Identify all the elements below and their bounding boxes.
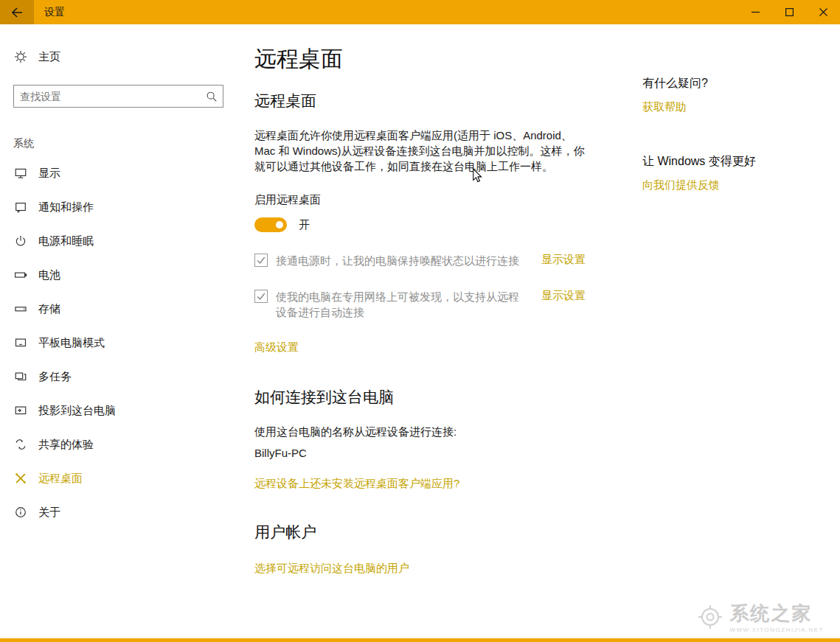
back-arrow-icon: [11, 7, 23, 18]
sidebar-item-label: 投影到这台电脑: [38, 404, 116, 418]
minimize-icon: [752, 8, 760, 16]
gear-icon: [13, 50, 28, 63]
settings-sidebar: 主页 系统 显示: [0, 24, 236, 638]
sidebar-nav: 显示 通知和操作 电源和睡眠: [0, 156, 236, 529]
discoverable-show-settings-link[interactable]: 显示设置: [541, 289, 586, 303]
watermark-title: 系统之家: [729, 601, 824, 627]
remote-client-app-link[interactable]: 远程设备上还未安装远程桌面客户端应用?: [254, 477, 459, 491]
check-icon: [256, 255, 266, 265]
toggle-knob: [276, 221, 283, 228]
search-icon[interactable]: [201, 91, 223, 102]
maximize-button[interactable]: [772, 0, 806, 24]
give-feedback-link[interactable]: 向我们提供反馈: [642, 178, 840, 192]
remote-desktop-toggle[interactable]: [254, 217, 287, 232]
sidebar-item-home[interactable]: 主页: [0, 42, 236, 71]
sidebar-item-label: 共享的体验: [38, 438, 94, 452]
section-how-to-connect-title: 如何连接到这台电脑: [254, 387, 628, 408]
sidebar-item-about[interactable]: 关于: [0, 495, 236, 529]
maximize-icon: [785, 8, 794, 16]
make-windows-better-title: 让 Windows 变得更好: [642, 154, 840, 170]
sidebar-item-power-sleep[interactable]: 电源和睡眠: [0, 224, 236, 258]
sidebar-item-label: 平板电脑模式: [38, 336, 105, 350]
sidebar-item-label: 电源和睡眠: [38, 234, 94, 248]
sidebar-item-label: 远程桌面: [38, 472, 83, 486]
about-icon: [13, 506, 28, 519]
sidebar-item-projecting[interactable]: 投影到这台电脑: [0, 394, 236, 428]
check-icon: [256, 291, 266, 301]
sidebar-item-tablet-mode[interactable]: 平板电脑模式: [0, 326, 236, 360]
sidebar-item-label: 关于: [38, 506, 60, 520]
sidebar-item-display[interactable]: 显示: [0, 156, 236, 190]
sidebar-item-shared-experiences[interactable]: 共享的体验: [0, 428, 236, 461]
keep-awake-row: 接通电源时，让我的电脑保持唤醒状态以进行连接 显示设置: [254, 253, 628, 268]
sidebar-item-label: 通知和操作: [38, 200, 94, 214]
window-content: 主页 系统 显示: [0, 24, 840, 638]
sidebar-item-remote-desktop[interactable]: 远程桌面: [0, 461, 236, 495]
tablet-mode-icon: [13, 336, 28, 349]
minimize-button[interactable]: [738, 0, 772, 24]
connect-instruction: 使用这台电脑的名称从远程设备进行连接:: [254, 425, 628, 439]
main-content: 远程桌面 远程桌面 远程桌面允许你使用远程桌面客户端应用(适用于 iOS、And…: [236, 24, 642, 638]
sidebar-item-label: 存储: [38, 302, 60, 316]
select-users-link[interactable]: 选择可远程访问这台电脑的用户: [254, 562, 409, 576]
project-icon: [13, 404, 28, 417]
page-title: 远程桌面: [254, 44, 628, 74]
battery-icon: [13, 268, 28, 282]
back-button[interactable]: [0, 0, 34, 24]
storage-icon: [13, 302, 28, 315]
multitasking-icon: [13, 370, 28, 383]
keep-awake-show-settings-link[interactable]: 显示设置: [541, 253, 586, 267]
titlebar: 设置: [0, 0, 840, 24]
section-user-accounts-title: 用户帐户: [254, 522, 628, 542]
section-remote-desktop-title: 远程桌面: [254, 91, 628, 111]
discoverable-checkbox[interactable]: [254, 290, 268, 303]
sidebar-section-label: 系统: [13, 137, 236, 150]
notifications-icon: [13, 200, 28, 214]
toggle-row: 开: [254, 217, 628, 232]
bottom-accent-strip: [0, 638, 840, 642]
settings-window: { "colors": { "accent": "#F0A500", "acce…: [0, 0, 840, 642]
sidebar-item-battery[interactable]: 电池: [0, 258, 236, 292]
close-button[interactable]: [806, 0, 840, 24]
remote-desktop-icon: [13, 472, 28, 485]
display-icon: [13, 167, 28, 180]
pc-name: BillyFu-PC: [254, 447, 628, 459]
titlebar-drag-area[interactable]: [65, 0, 738, 24]
sidebar-item-label: 显示: [38, 167, 60, 181]
keep-awake-label: 接通电源时，让我的电脑保持唤醒状态以进行连接: [276, 253, 521, 268]
sidebar-item-label: 多任务: [38, 370, 72, 384]
power-icon: [13, 234, 28, 248]
help-column: 有什么疑问? 获取帮助 让 Windows 变得更好 向我们提供反馈: [642, 24, 840, 638]
watermark: 系统之家 WWW.XITONGZHIJIA.NET: [697, 601, 824, 633]
sidebar-item-storage[interactable]: 存储: [0, 292, 236, 326]
close-icon: [819, 8, 827, 16]
watermark-logo-icon: [697, 604, 723, 630]
remote-desktop-description: 远程桌面允许你使用远程桌面客户端应用(适用于 iOS、Android、Mac 和…: [254, 128, 592, 174]
window-title: 设置: [44, 0, 65, 24]
search-input[interactable]: [14, 91, 201, 102]
discoverable-label: 使我的电脑在专用网络上可被发现，以支持从远程设备进行自动连接: [276, 289, 521, 320]
watermark-subtitle: WWW.XITONGZHIJIA.NET: [729, 627, 824, 633]
toggle-state-label: 开: [299, 218, 310, 232]
sidebar-home-label: 主页: [38, 50, 60, 64]
keep-awake-checkbox[interactable]: [254, 254, 268, 267]
shared-experiences-icon: [13, 438, 28, 451]
discoverable-row: 使我的电脑在专用网络上可被发现，以支持从远程设备进行自动连接 显示设置: [254, 289, 628, 320]
sidebar-item-notifications[interactable]: 通知和操作: [0, 190, 236, 224]
search-box: [13, 85, 223, 108]
sidebar-item-label: 电池: [38, 268, 60, 282]
enable-remote-desktop-label: 启用远程桌面: [254, 193, 628, 207]
get-help-link[interactable]: 获取帮助: [642, 100, 840, 114]
advanced-settings-link[interactable]: 高级设置: [254, 341, 299, 355]
sidebar-item-multitasking[interactable]: 多任务: [0, 360, 236, 394]
help-question-title: 有什么疑问?: [642, 76, 840, 91]
